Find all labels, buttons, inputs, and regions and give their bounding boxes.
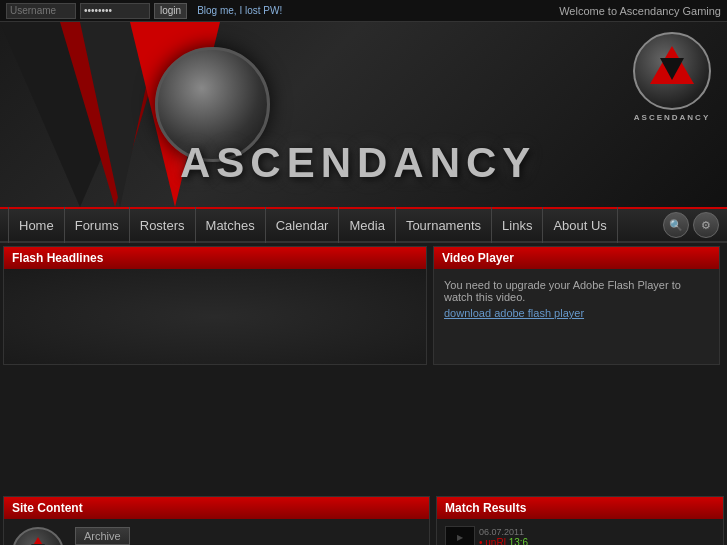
header-title: ASCENDANCY [180, 139, 536, 187]
login-button[interactable]: login [154, 3, 187, 19]
site-small-logo [12, 527, 64, 545]
main-panels: Flash Headlines Video Player You need to… [0, 243, 727, 493]
forgot-password-link[interactable]: Blog me, I lost PW! [197, 5, 282, 16]
flash-upgrade-text: You need to upgrade your Adobe Flash Pla… [444, 279, 681, 303]
flash-headlines-title: Flash Headlines [12, 251, 103, 265]
match-thumbnail: ▶ [445, 526, 475, 545]
nav-search-icon[interactable]: 🔍 [663, 212, 689, 238]
match-score: • unRl 13:6 [479, 537, 715, 546]
top-bar: login Blog me, I lost PW! Welcome to Asc… [0, 0, 727, 22]
nav-item-links[interactable]: Links [492, 207, 543, 243]
flash-upgrade-link[interactable]: download adobe flash player [444, 307, 709, 319]
nav-settings-icon[interactable]: ⚙ [693, 212, 719, 238]
match-results-body: ▶06.07.2011• unRl 13:6▶30.06.2011• NCG 9… [437, 519, 723, 545]
site-content-title: Site Content [12, 501, 83, 515]
nav-item-rosters[interactable]: Rosters [130, 207, 196, 243]
flash-headlines-panel: Flash Headlines [3, 246, 427, 365]
nav-item-matches[interactable]: Matches [196, 207, 266, 243]
flash-headlines-header: Flash Headlines [4, 247, 426, 269]
video-player-panel: Video Player You need to upgrade your Ad… [433, 246, 720, 365]
bottom-section: Site Content Archive Call of Duty: Moder… [0, 493, 727, 545]
logo-badge-circle [633, 32, 711, 110]
right-column: Video Player You need to upgrade your Ad… [430, 243, 723, 493]
match-results-panel: Match Results ▶06.07.2011• unRl 13:6▶30.… [436, 496, 724, 545]
site-content-panel: Site Content Archive Call of Duty: Moder… [3, 496, 430, 545]
video-player-body: You need to upgrade your Adobe Flash Pla… [434, 269, 719, 364]
nav-item-about[interactable]: About Us [543, 207, 617, 243]
match-row: ▶06.07.2011• unRl 13:6 [441, 523, 719, 545]
match-date: 06.07.2011 [479, 527, 715, 537]
site-content-body: Archive Call of Duty: Modern Warfare 3 A… [4, 519, 429, 545]
site-content-header: Site Content [4, 497, 429, 519]
nav-item-forums[interactable]: Forums [65, 207, 130, 243]
left-column: Flash Headlines [0, 243, 430, 493]
navigation: Home Forums Rosters Matches Calendar Med… [0, 207, 727, 243]
header-banner: ASCENDANCY ASCENDANCY [0, 22, 727, 207]
username-input[interactable] [6, 3, 76, 19]
nav-item-home[interactable]: Home [8, 207, 65, 243]
nav-links: Home Forums Rosters Matches Calendar Med… [8, 207, 618, 243]
logo-badge: ASCENDANCY [627, 32, 717, 122]
nav-item-calendar[interactable]: Calendar [266, 207, 340, 243]
nav-icon-buttons: 🔍 ⚙ [663, 212, 719, 238]
video-player-header: Video Player [434, 247, 719, 269]
flash-headlines-body [4, 269, 426, 364]
welcome-text: Welcome to Ascendancy Gaming [559, 5, 721, 17]
login-area: login Blog me, I lost PW! [6, 3, 282, 19]
password-input[interactable] [80, 3, 150, 19]
nav-item-media[interactable]: Media [339, 207, 395, 243]
archive-button[interactable]: Archive [75, 527, 130, 545]
match-results-title: Match Results [445, 501, 526, 515]
video-player-title: Video Player [442, 251, 514, 265]
nav-item-tournaments[interactable]: Tournaments [396, 207, 492, 243]
match-info: 06.07.2011• unRl 13:6 [479, 527, 715, 546]
match-results-header: Match Results [437, 497, 723, 519]
logo-badge-triangle-inner [660, 58, 684, 80]
logo-badge-text: ASCENDANCY [634, 113, 710, 122]
